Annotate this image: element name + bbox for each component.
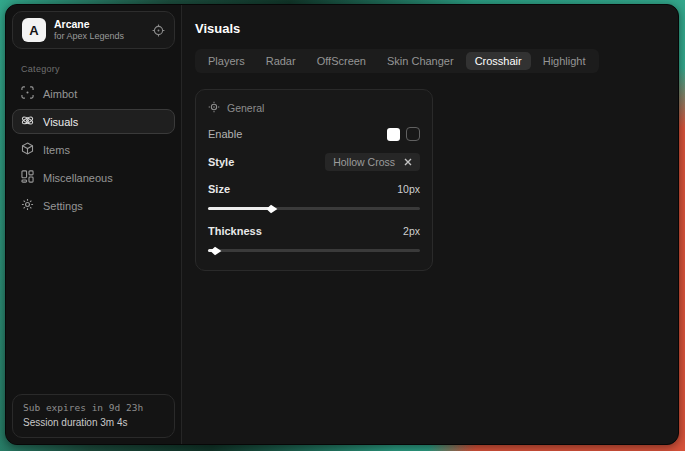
enable-checkbox[interactable] — [406, 127, 420, 141]
category-label: Category — [21, 64, 175, 74]
app-subtitle: for Apex Legends — [54, 31, 124, 42]
app-logo: A — [22, 18, 46, 42]
thickness-row: Thickness 2px — [208, 225, 420, 237]
size-row: Size 10px — [208, 183, 420, 195]
thickness-label: Thickness — [208, 225, 262, 237]
size-slider-thumb[interactable] — [267, 204, 278, 214]
color-swatch[interactable] — [387, 128, 400, 141]
enable-controls — [387, 127, 420, 141]
misc-dashboard-icon — [21, 170, 34, 185]
size-value: 10px — [397, 183, 420, 195]
style-select-chip[interactable]: Hollow Cross — [325, 153, 420, 171]
sidebar-item-miscellaneous[interactable]: Miscellaneous — [12, 165, 175, 190]
sidebar-item-settings[interactable]: Settings — [12, 193, 175, 218]
tab-offscreen[interactable]: OffScreen — [308, 52, 375, 70]
visuals-tabbar: Players Radar OffScreen Skin Changer Cro… — [195, 49, 599, 73]
session-duration-text: Session duration 3m 4s — [23, 415, 164, 430]
tab-crosshair[interactable]: Crosshair — [466, 52, 531, 70]
arcane-app-window: A Arcane for Apex Legends Category — [5, 4, 679, 445]
thickness-slider-thumb[interactable] — [211, 246, 222, 256]
aimbot-viewfinder-icon — [21, 86, 34, 101]
sidebar-item-items[interactable]: Items — [12, 137, 175, 162]
app-meta: Arcane for Apex Legends — [54, 18, 124, 42]
tab-highlight[interactable]: Highlight — [534, 52, 595, 70]
items-cube-icon — [21, 142, 34, 157]
target-icon[interactable] — [152, 24, 165, 37]
tab-radar[interactable]: Radar — [257, 52, 305, 70]
app-header-card: A Arcane for Apex Legends — [12, 11, 175, 49]
sidebar-nav: Aimbot Visuals — [12, 81, 175, 218]
close-icon[interactable] — [404, 158, 412, 166]
main-content: Visuals Players Radar OffScreen Skin Cha… — [182, 5, 678, 444]
sidebar-item-label: Miscellaneous — [43, 172, 113, 184]
sidebar: A Arcane for Apex Legends Category — [6, 5, 182, 444]
size-label: Size — [208, 183, 230, 195]
sidebar-item-label: Aimbot — [43, 88, 77, 100]
settings-gear-icon — [21, 198, 34, 213]
tab-players[interactable]: Players — [199, 52, 254, 70]
sidebar-item-label: Items — [43, 144, 70, 156]
sidebar-item-aimbot[interactable]: Aimbot — [12, 81, 175, 106]
thickness-slider[interactable] — [208, 246, 420, 255]
panel-header: General — [208, 101, 420, 115]
sidebar-item-label: Settings — [43, 200, 83, 212]
panel-title: General — [227, 102, 264, 114]
sidebar-item-visuals[interactable]: Visuals — [12, 109, 175, 134]
enable-label: Enable — [208, 128, 242, 140]
tab-skin-changer[interactable]: Skin Changer — [378, 52, 463, 70]
thickness-slider-fill — [208, 249, 216, 252]
sub-expires-text: Sub expires in 9d 23h — [23, 401, 164, 415]
subscription-info-card: Sub expires in 9d 23h Session duration 3… — [12, 394, 175, 438]
general-panel: General Enable Style Hollow Cross — [195, 89, 433, 271]
sidebar-item-label: Visuals — [43, 116, 78, 128]
size-slider-fill — [208, 207, 272, 210]
style-row: Style Hollow Cross — [208, 153, 420, 171]
crosshair-settings-icon — [208, 101, 220, 115]
visuals-atom-icon — [21, 114, 34, 129]
size-slider-track — [208, 207, 420, 210]
style-label: Style — [208, 156, 234, 168]
size-slider[interactable] — [208, 204, 420, 213]
style-value: Hollow Cross — [333, 156, 395, 168]
enable-row: Enable — [208, 127, 420, 141]
thickness-value: 2px — [403, 225, 420, 237]
thickness-slider-track — [208, 249, 420, 252]
app-name: Arcane — [54, 18, 124, 31]
page-title: Visuals — [195, 21, 664, 36]
desktop-wallpaper: A Arcane for Apex Legends Category — [0, 0, 685, 451]
